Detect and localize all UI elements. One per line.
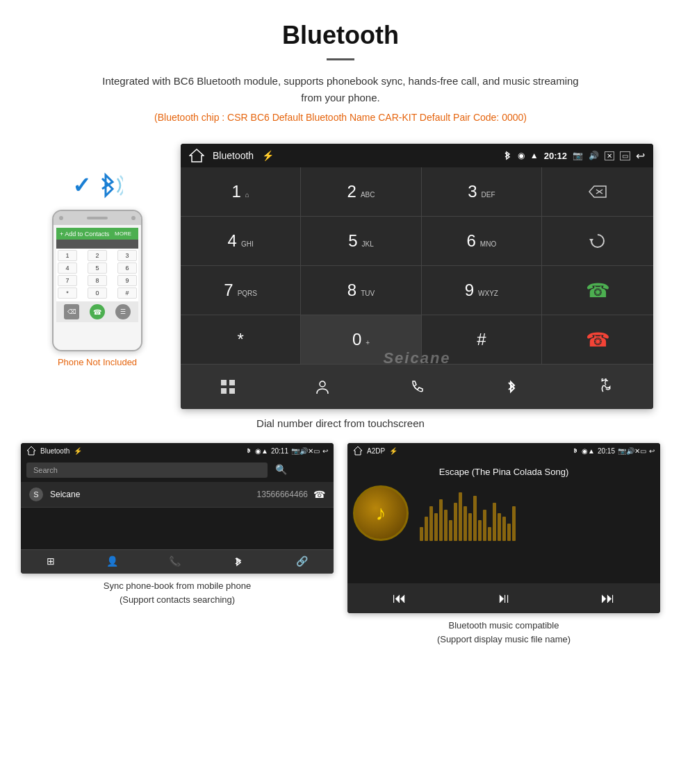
contact-phone-icon[interactable]: ☎ xyxy=(313,489,325,500)
phone-key-5[interactable]: 5 xyxy=(88,262,107,274)
nav-phone-btn[interactable] xyxy=(400,373,434,401)
phone-icon xyxy=(409,378,425,395)
call-answer-btn[interactable]: ☎ xyxy=(542,266,653,315)
car-status-left: Bluetooth ⚡ xyxy=(189,148,274,163)
dialpad-grid: 1⌂ 2ABC 3DEF 4GHI 5JKL 6MNO 7PQRS 8TUV xyxy=(181,167,542,364)
person-icon xyxy=(314,378,331,395)
key-8[interactable]: 8TUV xyxy=(301,266,421,315)
phone-key-2[interactable]: 2 xyxy=(88,250,107,261)
key-5[interactable]: 5JKL xyxy=(301,217,421,265)
waveform-bar xyxy=(459,492,462,541)
contact-entry[interactable]: S Seicane 13566664466 ☎ xyxy=(21,482,334,508)
phone-key-star[interactable]: * xyxy=(58,287,77,299)
music-signal: ◉▲ xyxy=(582,447,595,455)
phonebook-nav-grid[interactable]: ⊞ xyxy=(47,556,55,568)
music-screen: A2DP ⚡ ◉▲ 20:15 📷🔊✕▭ ↩ Escape (The Pina … xyxy=(347,443,660,613)
key-0[interactable]: 0+ xyxy=(301,315,421,364)
waveform-bar xyxy=(454,503,457,541)
music-artwork-area: ♪ xyxy=(353,485,655,541)
music-back[interactable]: ↩ xyxy=(649,447,655,455)
key-9[interactable]: 9WXYZ xyxy=(422,266,541,315)
status-location-icon: ◉ xyxy=(518,151,525,160)
phone-camera xyxy=(59,216,63,220)
play-pause-btn[interactable]: ⏯ xyxy=(497,590,511,606)
phonebook-status-bar: Bluetooth ⚡ ◉▲ 20:11 📷🔊✕▭ ↩ xyxy=(21,443,334,458)
backspace-icon xyxy=(588,185,607,199)
phone-key-1[interactable]: 1 xyxy=(58,250,77,261)
back-arrow-icon[interactable]: ↩ xyxy=(636,149,645,162)
waveform-bar xyxy=(473,496,477,541)
music-title: A2DP xyxy=(367,447,385,455)
nav-bt-btn[interactable] xyxy=(494,373,529,401)
key-star[interactable]: * xyxy=(181,315,301,364)
music-home-icon xyxy=(353,446,363,456)
call-end-btn[interactable]: ☎ xyxy=(542,315,653,364)
music-waveform xyxy=(420,485,655,541)
svg-rect-6 xyxy=(229,380,235,385)
key-3[interactable]: 3DEF xyxy=(422,167,541,216)
backspace-btn[interactable] xyxy=(542,167,653,217)
phonebook-back[interactable]: ↩ xyxy=(322,447,328,455)
search-icon[interactable]: 🔍 xyxy=(275,464,287,475)
page-description: Integrated with BC6 Bluetooth module, su… xyxy=(97,73,584,106)
phonebook-nav-phone[interactable]: 📞 xyxy=(169,556,181,568)
phone-key-4[interactable]: 4 xyxy=(58,262,77,274)
phonebook-nav-bt[interactable] xyxy=(232,556,245,568)
nav-grid-btn[interactable] xyxy=(211,373,245,401)
page-specs: (Bluetooth chip : CSR BC6 Default Blueto… xyxy=(14,112,667,123)
key-2[interactable]: 2ABC xyxy=(301,167,421,216)
status-x-icon: ✕ xyxy=(605,151,614,160)
phonebook-search-input[interactable]: Search xyxy=(26,462,268,478)
music-status-bar: A2DP ⚡ ◉▲ 20:15 📷🔊✕▭ ↩ xyxy=(347,443,660,458)
music-status-left: A2DP ⚡ xyxy=(353,446,397,456)
key-1[interactable]: 1⌂ xyxy=(181,167,301,216)
phonebook-home-icon xyxy=(26,446,36,456)
phone-delete-btn[interactable]: ⌫ xyxy=(64,304,79,319)
key-hash[interactable]: # xyxy=(422,315,541,364)
title-divider xyxy=(327,58,354,60)
music-caption: Bluetooth music compatible (Support disp… xyxy=(437,613,571,649)
phone-key-6[interactable]: 6 xyxy=(117,262,137,274)
bluetooth-icon: ✓ xyxy=(72,172,91,199)
phone-key-0[interactable]: 0 xyxy=(88,287,107,299)
phone-number-display xyxy=(56,240,138,249)
phonebook-time: 20:11 xyxy=(271,447,288,455)
phonebook-caption-line2: (Support contacts searching) xyxy=(120,594,235,605)
waveform-bar xyxy=(493,503,496,541)
phone-key-8[interactable]: 8 xyxy=(88,275,107,286)
dialpad-row-3: 7PQRS 8TUV 9WXYZ xyxy=(181,266,541,315)
bluetooth-signal-icon xyxy=(95,172,123,199)
phone-key-3[interactable]: 3 xyxy=(117,250,137,261)
phonebook-nav-person[interactable]: 👤 xyxy=(106,556,118,568)
dialpad-row-1: 1⌂ 2ABC 3DEF xyxy=(181,167,541,217)
dialpad-side: ☎ ☎ xyxy=(542,167,653,364)
phone-call-btn[interactable]: ☎ xyxy=(90,304,105,319)
key-4[interactable]: 4GHI xyxy=(181,217,301,265)
phone-key-7[interactable]: 7 xyxy=(58,275,77,286)
phonebook-bt-status xyxy=(245,447,252,454)
phone-top-bar xyxy=(54,211,141,225)
waveform-bar xyxy=(483,510,486,541)
phone-dialpad: 1 2 3 4 5 6 7 8 9 * xyxy=(56,249,138,301)
music-time: 20:15 xyxy=(598,447,615,455)
phone-key-9[interactable]: 9 xyxy=(117,275,137,286)
phonebook-icons: 📷🔊✕▭ xyxy=(291,447,320,455)
key-6[interactable]: 6MNO xyxy=(422,217,541,265)
prev-btn[interactable]: ⏮ xyxy=(393,590,407,606)
nav-link-btn[interactable] xyxy=(589,373,623,401)
phonebook-nav-link[interactable]: 🔗 xyxy=(296,556,308,568)
refresh-btn[interactable] xyxy=(542,217,653,266)
nav-person-btn[interactable] xyxy=(305,373,340,401)
phone-contacts-btn[interactable]: ☰ xyxy=(115,304,131,319)
home-icon[interactable] xyxy=(189,148,204,163)
phonebook-usb: ⚡ xyxy=(74,447,82,455)
svg-point-9 xyxy=(320,381,325,387)
grid-icon xyxy=(220,378,236,395)
phone-key-hash[interactable]: # xyxy=(117,287,137,299)
bottom-screenshots: Bluetooth ⚡ ◉▲ 20:11 📷🔊✕▭ ↩ Search 🔍 xyxy=(0,443,681,662)
key-7[interactable]: 7PQRS xyxy=(181,266,301,315)
waveform-bar xyxy=(498,513,501,541)
next-btn[interactable]: ⏭ xyxy=(601,590,615,606)
status-bt-icon xyxy=(502,151,512,160)
svg-marker-0 xyxy=(190,149,204,162)
